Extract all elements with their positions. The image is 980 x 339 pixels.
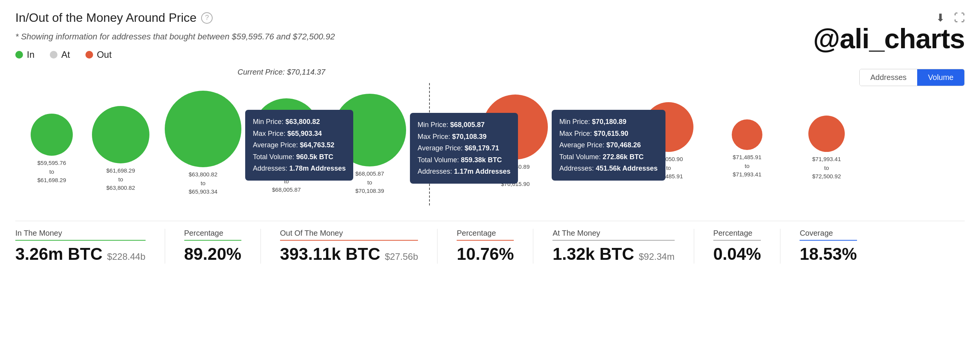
- bubble-group-8: $70,615.90to$71,050.90: [575, 110, 615, 179]
- expand-button[interactable]: ⛶: [954, 11, 965, 24]
- stat-value-out: 393.11k BTC $27.56b: [280, 244, 418, 264]
- stats-bar: In The Money 3.26m BTC $228.44b Percenta…: [15, 221, 965, 264]
- stat-value-at: 1.32k BTC $92.34m: [552, 244, 674, 264]
- chart-inner: $59,595.76to$61,698.29 $61,698.29to$63,8…: [15, 83, 965, 213]
- stat-btc-out: 393.11k BTC: [280, 244, 380, 264]
- stat-pct-label-in: Percentage: [184, 229, 241, 241]
- stat-btc-at: 1.32k BTC: [552, 244, 634, 264]
- bubble-group-6: $70,108.39to$70,180.89: [433, 121, 464, 181]
- bubble-label-2: $61,698.29to$63,800.82: [106, 166, 135, 192]
- bubble-9: [644, 102, 693, 152]
- chart-area: Current Price: $70,114.37 $59,595.76to$6…: [15, 83, 965, 213]
- stat-usd-at: $92.34m: [639, 251, 674, 262]
- bubble-label-1: $59,595.76to$61,698.29: [37, 159, 66, 185]
- stat-label-at: At The Money: [552, 229, 674, 241]
- stat-out-of-money: Out Of The Money 393.11k BTC $27.56b: [280, 229, 438, 264]
- stat-usd-out: $27.56b: [385, 251, 418, 262]
- bubble-10: [732, 119, 762, 150]
- download-button[interactable]: ⬇: [936, 11, 945, 24]
- stat-label-out: Out Of The Money: [280, 229, 418, 241]
- bubble-label-5: $68,005.87to$70,108.39: [355, 170, 384, 196]
- stat-label-coverage: Coverage: [800, 229, 857, 241]
- legend-label-at: At: [61, 49, 70, 60]
- current-price-line: [429, 83, 430, 205]
- bubble-8: [575, 110, 615, 150]
- stat-pct-at: Percentage 0.04%: [713, 229, 781, 264]
- legend-dot-gray: [50, 51, 57, 59]
- bubble-3: [165, 91, 241, 167]
- stat-in-the-money: In The Money 3.26m BTC $228.44b: [15, 229, 165, 264]
- bubble-1: [31, 114, 73, 156]
- stat-pct-out: Percentage 10.76%: [457, 229, 533, 264]
- stat-btc-in: 3.26m BTC: [15, 244, 102, 264]
- stat-label-in: In The Money: [15, 229, 146, 241]
- bubble-6: [433, 121, 464, 152]
- bubble-group-4: $65,903.34to$68,005.87: [253, 98, 320, 194]
- stat-pct-value-at: 0.04%: [713, 244, 761, 264]
- bubble-5: [333, 94, 406, 166]
- bubble-group-3: $63,800.82to$65,903.34 Min Price: $63,80…: [165, 91, 241, 196]
- watermark: @ali_charts: [813, 23, 965, 54]
- header-right: ⬇ ⛶: [936, 11, 965, 24]
- bubble-group-7: $70,180.89to$70,615.90 Min Price: $70,18…: [483, 95, 548, 189]
- bubble-label-9: $71,050.90to$71,485.91: [654, 155, 683, 181]
- stat-pct-value-coverage: 18.53%: [800, 244, 857, 264]
- bubble-label-7: $70,180.89to$70,615.90: [501, 163, 529, 189]
- legend-dot-green: [15, 51, 23, 59]
- bubble-7: [483, 95, 548, 160]
- bubble-2: [92, 106, 149, 163]
- stat-pct-label-out: Percentage: [457, 229, 514, 241]
- stat-coverage: Coverage 18.53%: [800, 229, 876, 264]
- legend-at: At: [50, 49, 70, 60]
- bubble-label-11: $71,993.41to$72,500.92: [812, 155, 841, 181]
- bubble-label-8: $70,615.90to$71,050.90: [580, 153, 609, 179]
- bubble-label-4: $65,903.34to$68,005.87: [272, 168, 301, 194]
- stat-pct-label-at: Percentage: [713, 229, 761, 241]
- stat-pct-in: Percentage 89.20%: [184, 229, 261, 264]
- bubble-label-3: $63,800.82to$65,903.34: [188, 170, 217, 196]
- bubble-11: [808, 116, 845, 152]
- page-container: In/Out of the Money Around Price ? ⬇ ⛶ *…: [0, 0, 980, 271]
- legend-in: In: [15, 49, 34, 60]
- stat-usd-in: $228.44b: [107, 251, 145, 262]
- bubble-group-2: $61,698.29to$63,800.82: [92, 106, 149, 192]
- header-left: In/Out of the Money Around Price ?: [15, 11, 213, 25]
- legend-label-out: Out: [97, 49, 112, 60]
- stat-pct-value-in: 89.20%: [184, 244, 241, 264]
- bubble-label-10: $71,485.91to$71,993.41: [733, 153, 761, 179]
- legend-dot-red: [85, 51, 93, 59]
- bubble-group-10: $71,485.91to$71,993.41: [732, 119, 762, 179]
- bubble-label-6: $70,108.39to$70,180.89: [434, 155, 462, 181]
- legend-out: Out: [85, 49, 112, 60]
- help-icon[interactable]: ?: [201, 12, 213, 24]
- bubble-group-1: $59,595.76to$61,698.29: [31, 114, 73, 185]
- bubble-group-11: $71,993.41to$72,500.92: [808, 116, 845, 181]
- page-title: In/Out of the Money Around Price: [15, 11, 197, 25]
- bubble-4: [253, 98, 320, 165]
- stat-at-money: At The Money 1.32k BTC $92.34m: [552, 229, 694, 264]
- legend-label-in: In: [27, 49, 34, 60]
- bubble-group-9: $71,050.90to$71,485.91: [644, 102, 693, 181]
- stat-value-in: 3.26m BTC $228.44b: [15, 244, 146, 264]
- current-price-label: Current Price: $70,114.37: [238, 68, 325, 77]
- stat-pct-value-out: 10.76%: [457, 244, 514, 264]
- bubble-group-5: $68,005.87to$70,108.39 Min Price: $68,00…: [333, 94, 406, 196]
